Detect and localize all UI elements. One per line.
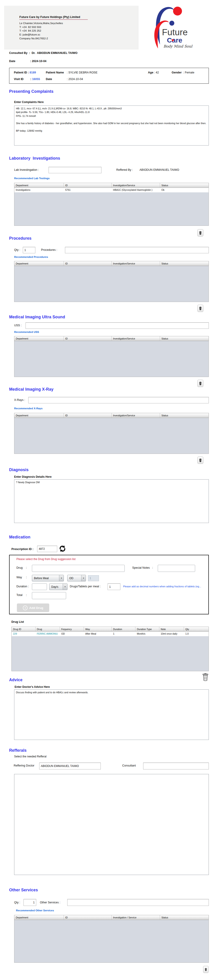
table-cell[interactable]: FERRIC AMMONIU [35, 632, 60, 636]
table-cell: HBA1C (Glycosylated Haemoglobin ) [112, 188, 160, 192]
column-header: Duration Type [135, 627, 159, 632]
referral-list-box[interactable] [14, 774, 209, 875]
column-header: Department [14, 336, 64, 341]
consultant-label: Consultant [122, 764, 136, 767]
recommended-uss-link[interactable]: Recommended USS [14, 331, 39, 333]
column-header: Department [14, 915, 64, 920]
enter-complaints-label: Enter Complaints Here [14, 100, 43, 104]
uss-delete-button[interactable] [198, 380, 203, 387]
column-header: Investigation/Service [112, 183, 160, 188]
column-header: Investigation/Service [112, 261, 160, 266]
table-row[interactable]: 229FERRIC AMMONIUODAfter Meal1Month/s10m… [11, 632, 209, 636]
logo-word-future: Future [162, 27, 188, 37]
table-cell: Ok [160, 188, 209, 192]
procedures-qty-input[interactable] [23, 247, 35, 253]
drug-input[interactable] [32, 565, 125, 572]
uss-input[interactable] [26, 323, 209, 329]
column-header: Status [160, 413, 209, 418]
procedures-input[interactable] [65, 247, 209, 253]
column-header: Status [160, 183, 209, 188]
drug-colon: : [26, 566, 27, 570]
column-header: Department [14, 413, 64, 418]
refresh-icon [59, 545, 66, 552]
other-delete-button[interactable] [203, 966, 209, 973]
recommended-procedures-link[interactable]: Recommended Procedures [14, 256, 48, 258]
company-title: Future Care by Future Holdings (Pty) Lim… [19, 16, 117, 19]
way-select[interactable]: Before Meal▼ [32, 575, 64, 581]
referral-subtitle: Select the needed Refferal [14, 755, 47, 758]
table-header-row: Drug IDDrugFequencyWayDurationDuration T… [11, 627, 209, 632]
logo-graphic: Future Care ♥ Body Mind Soul [145, 3, 200, 50]
advice-textarea[interactable]: Discuss finding with patient and to do H… [14, 689, 209, 740]
complaints-textarea[interactable]: HB- 12.1, mcv- 67.4 (L), mch- 21.9 (L)RD… [14, 105, 209, 146]
visit-id-field: Visit ID: 16055 [14, 78, 40, 81]
total-input[interactable] [32, 592, 66, 599]
per-meal-input[interactable] [108, 584, 120, 590]
total-colon: : [26, 593, 27, 597]
column-header: Department [14, 183, 64, 188]
lab-investigation-input[interactable] [48, 167, 101, 173]
table-body: 229FERRIC AMMONIUODAfter Meal1Month/s10m… [11, 632, 209, 671]
column-header: ID [64, 413, 112, 418]
add-drug-button[interactable]: +Add Drug [17, 603, 49, 612]
way-select-value: Before Meal [34, 577, 49, 580]
procedures-qty-label: Qty : [14, 248, 20, 251]
patient-info-box: Patient ID : 8189 Patient Name: SYLVIE D… [9, 68, 209, 84]
frequency-select-value: OD [69, 577, 74, 580]
advice-delete-button[interactable] [202, 673, 209, 682]
patient-id-field: Patient ID : 8189 [14, 71, 36, 74]
column-header: ID [64, 336, 112, 341]
table-cell: 1.0 [184, 632, 209, 636]
table-body [14, 266, 209, 302]
frequency-select[interactable]: OD▼ [67, 575, 86, 581]
table-cell: OD [60, 632, 84, 636]
other-qty-input[interactable] [24, 899, 36, 906]
duration-unit-value: Day/s [51, 585, 58, 589]
decimal-note: Please add as decimal numbers when addin… [123, 585, 208, 588]
way-colon: : [26, 576, 27, 579]
uss-table: DepartmentIDInvestigation/ServiceStatus [14, 336, 209, 377]
diagnosis-textarea[interactable]: ? Newly Diagnose DM [14, 479, 209, 523]
xray-input[interactable] [28, 397, 209, 403]
company-info: Future Care by Future Holdings (Pty) Lim… [19, 16, 117, 40]
logo-blue-dot [169, 21, 174, 26]
enter-advice-label: Enter Doctor's Advice Here [14, 685, 50, 689]
column-header: Investigation/Service [112, 336, 160, 341]
consulted-by-line: Consulted By : Dr. ABIODUN EMMANUEL TAIW… [9, 51, 77, 54]
visit-date-field: Date: 2024-10-04 [46, 78, 83, 81]
duration-input[interactable] [32, 584, 47, 590]
trash-icon [199, 381, 202, 386]
table-cell[interactable]: 229 [11, 632, 35, 636]
plus-icon: + [23, 606, 27, 610]
procedures-title: Procedures [9, 236, 32, 241]
prescription-id-input[interactable] [37, 546, 57, 552]
table-cell: 10ml once daily [159, 632, 184, 636]
table-cell: Investigations [14, 188, 64, 192]
column-header: ID [64, 183, 112, 188]
prescription-refresh-button[interactable] [59, 545, 66, 553]
recommended-xray-link[interactable]: Recommended X-Rays [14, 407, 43, 410]
consultant-input[interactable] [143, 763, 209, 770]
procedures-delete-button[interactable] [198, 305, 203, 312]
column-header: Note [159, 627, 184, 632]
duration-unit-select[interactable]: Day/s▼ [49, 584, 67, 590]
table-row[interactable]: Investigations5761HBA1C (Glycosylated Ha… [14, 188, 209, 192]
logo-word-care: Care [167, 37, 182, 44]
special-notes-label: Special Notes : [132, 566, 153, 570]
table-cell: After Meal [84, 632, 112, 636]
other-services-input[interactable] [67, 899, 209, 906]
xray-delete-button[interactable] [198, 457, 203, 464]
recommended-lab-link[interactable]: Recommended Lab Testings [14, 177, 50, 180]
company-phone1: T: +24 82 593 593 [19, 25, 117, 29]
referred-by-value: ABIODUN EMMANUEL TAIWO [140, 168, 179, 172]
procedures-table: DepartmentIDInvestigation/ServiceStatus [14, 261, 209, 302]
referring-doctor-input[interactable] [39, 763, 101, 770]
company-email: E: jude@future.sc [19, 33, 117, 37]
special-notes-input[interactable] [158, 565, 195, 572]
column-header: Duration [112, 627, 136, 632]
recommended-other-link[interactable]: Recommended Other Services [16, 909, 54, 912]
presenting-complaints-title: Presenting Complaints [9, 89, 53, 94]
lab-delete-button[interactable] [198, 229, 203, 237]
column-header: Qty [184, 627, 209, 632]
procedures-input-label: Procedures : [41, 248, 57, 251]
